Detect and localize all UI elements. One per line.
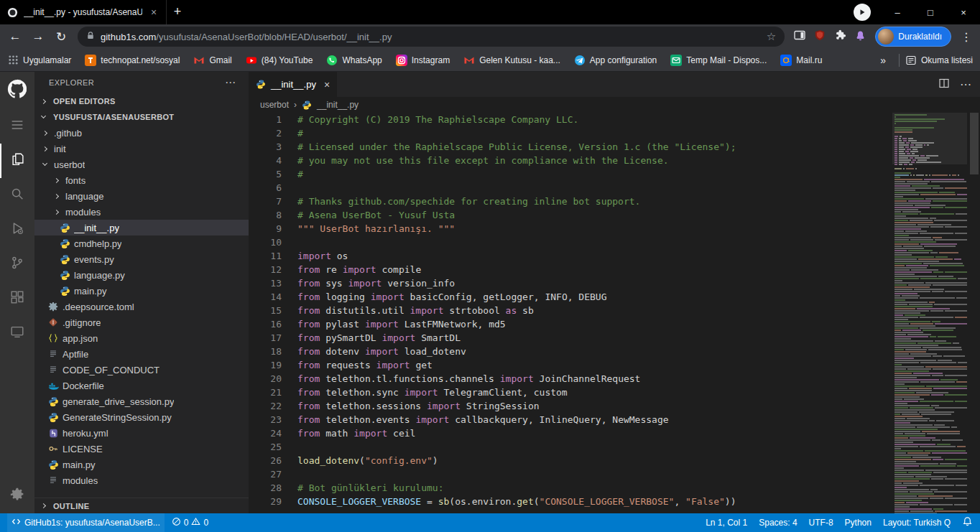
tree-folder-fonts[interactable]: fonts <box>34 172 249 188</box>
tree-folder-modules[interactable]: modules <box>34 204 249 220</box>
editor-tab-init-py[interactable]: __init__.py × <box>249 72 337 97</box>
tree-file-modules[interactable]: modules <box>34 472 249 488</box>
tree-file-language-py[interactable]: language.py <box>34 267 249 283</box>
breadcrumb[interactable]: userbot › __init__.py <box>249 97 980 113</box>
source-control-view-button[interactable] <box>0 247 34 281</box>
project-section[interactable]: YUSUFUSTA/ASENAUSERBOT <box>34 109 249 125</box>
status-python[interactable]: Python <box>845 518 872 528</box>
reading-list-button[interactable]: Okuma listesi <box>905 55 973 66</box>
status-ln-1-col-1[interactable]: Ln 1, Col 1 <box>706 518 747 528</box>
tree-file-generatestringsession-py[interactable]: GenerateStringSession.py <box>34 409 249 425</box>
tree-file-deepsource-toml[interactable]: .deepsource.toml <box>34 299 249 314</box>
tree-file-events-py[interactable]: events.py <box>34 251 249 267</box>
code-text[interactable]: # Bot günlükleri kurulumu: <box>297 481 444 495</box>
code-text[interactable]: from telethon.sync import TelegramClient… <box>297 386 568 399</box>
tree-file-dockerfile[interactable]: Dockerfile <box>34 378 249 393</box>
bookmark-temp-mail-dispos[interactable]: Temp Mail - Dispos... <box>670 55 767 66</box>
reload-button[interactable]: ↻ <box>50 26 72 47</box>
tree-file-app-json[interactable]: app.json <box>34 330 249 346</box>
code-text[interactable]: from requests import get <box>297 358 433 372</box>
bookmarks-overflow-button[interactable]: » <box>873 55 893 66</box>
tree-file-license[interactable]: LICENSE <box>34 441 249 457</box>
code-text[interactable]: # Asena UserBot - Yusuf Usta <box>297 208 455 222</box>
tree-file-code-of-conduct[interactable]: CODE_OF_CONDUCT <box>34 362 249 378</box>
back-button[interactable]: ← <box>4 26 26 47</box>
status-utf-8[interactable]: UTF-8 <box>809 518 833 528</box>
ublock-extension-button[interactable] <box>810 27 829 46</box>
problems-indicator[interactable]: 0 0 <box>172 517 208 528</box>
open-editors-section[interactable]: OPEN EDITORS <box>34 93 249 109</box>
split-editor-icon[interactable] <box>938 78 950 92</box>
explorer-view-button[interactable] <box>0 144 34 178</box>
media-controls-button[interactable] <box>854 4 871 21</box>
tree-file-init-py[interactable]: __init__.py <box>34 220 249 235</box>
code-text[interactable]: from logging import basicConfig, getLogg… <box>297 290 607 304</box>
tree-file-generate-drive-session-py[interactable]: generate_drive_session.py <box>34 393 249 409</box>
tree-file-cmdhelp-py[interactable]: cmdhelp.py <box>34 235 249 251</box>
bookmark-uygulamalar[interactable]: Uygulamalar <box>7 55 71 66</box>
browser-tab[interactable]: __init__.py - yusufusta/AsenaUser × <box>0 0 167 24</box>
close-window-button[interactable]: × <box>947 0 980 24</box>
code-text[interactable]: from distutils.util import strtobool as … <box>297 304 534 317</box>
scrollbar-thumb[interactable] <box>970 113 979 174</box>
search-view-button[interactable] <box>0 178 34 213</box>
side-panel-button[interactable] <box>790 27 809 46</box>
bookmark-gmail[interactable]: Gmail <box>193 55 231 66</box>
status-spaces-4[interactable]: Spaces: 4 <box>759 518 797 528</box>
tree-folder-github[interactable]: .github <box>34 125 249 141</box>
bookmark-technopat-net-sosyal[interactable]: technopat.net/sosyal <box>85 55 180 66</box>
status-layout-turkish-q[interactable]: Layout: Turkish Q <box>883 518 951 528</box>
editor-more-actions-button[interactable]: ⋯ <box>960 78 971 91</box>
minimize-button[interactable]: – <box>881 0 914 24</box>
bookmark-84-youtube[interactable]: (84) YouTube <box>246 55 313 66</box>
code-text[interactable]: CONSOLE_LOGGER_VERBOSE = sb(os.environ.g… <box>297 495 736 508</box>
code-text[interactable]: # Copyright (C) 2019 The Raphielscape Co… <box>297 113 578 126</box>
new-tab-button[interactable]: + <box>167 1 188 23</box>
code-text[interactable]: from pySmartDL import SmartDL <box>297 331 461 345</box>
code-text[interactable]: load_dotenv("config.env") <box>297 454 438 467</box>
code-text[interactable]: # Licensed under the Raphielscape Public… <box>297 140 736 154</box>
bookmark-app-configuration[interactable]: App configuration <box>574 55 657 66</box>
tab-close-icon[interactable]: × <box>148 6 160 18</box>
extensions-button[interactable] <box>831 27 849 46</box>
editor-tab-close-icon[interactable]: × <box>324 79 330 90</box>
code-text[interactable]: from math import ceil <box>297 426 415 440</box>
code-text[interactable]: # <box>297 126 303 140</box>
tree-folder-init[interactable]: init <box>34 141 249 157</box>
code-editor[interactable]: 1# Copyright (C) 2019 The Raphielscape C… <box>249 113 891 513</box>
code-text[interactable]: from re import compile <box>297 263 421 276</box>
code-text[interactable]: from dotenv import load_dotenv <box>297 345 466 358</box>
editor-scrollbar[interactable] <box>969 113 980 513</box>
code-text[interactable]: from sys import version_info <box>297 276 455 290</box>
breadcrumb-folder[interactable]: userbot <box>260 100 289 110</box>
code-text[interactable]: from telethon.tl.functions.channels impo… <box>297 372 640 386</box>
tree-folder-language[interactable]: language <box>34 188 249 204</box>
tree-file-main-py[interactable]: main.py <box>34 283 249 299</box>
remote-indicator[interactable]: GitHub1s: yusufusta/AsenaUserB... <box>7 513 165 532</box>
settings-button[interactable] <box>0 479 34 513</box>
breadcrumb-file[interactable]: __init__.py <box>317 100 359 110</box>
profile-button[interactable]: Duraklatıldı <box>875 27 951 47</box>
extension-bell-button[interactable] <box>851 27 869 46</box>
bookmark-gelen-kutusu-kaa[interactable]: Gelen Kutusu - kaa... <box>463 55 560 66</box>
minimap[interactable] <box>892 113 967 513</box>
remote-explorer-button[interactable] <box>0 316 34 350</box>
bookmark-mail-ru[interactable]: Mail.ru <box>780 55 822 66</box>
code-text[interactable]: from telethon.events import callbackquer… <box>297 413 669 426</box>
outline-section[interactable]: OUTLINE <box>34 498 249 513</box>
code-text[interactable]: # <box>297 167 303 181</box>
github-logo-button[interactable] <box>0 72 34 109</box>
menu-button[interactable] <box>0 109 34 144</box>
tree-folder-userbot[interactable]: userbot <box>34 157 249 172</box>
browser-menu-button[interactable]: ⋮ <box>957 30 976 44</box>
tree-file-aptfile[interactable]: Aptfile <box>34 346 249 362</box>
extensions-view-button[interactable] <box>0 281 34 316</box>
run-debug-view-button[interactable] <box>0 213 34 247</box>
code-text[interactable]: # Thanks github.com/spechide for creatin… <box>297 195 640 208</box>
forward-button[interactable]: → <box>27 26 49 47</box>
code-text[interactable]: # you may not use this file except in co… <box>297 154 669 167</box>
code-text[interactable]: import os <box>297 249 348 263</box>
bookmark-star-icon[interactable]: ☆ <box>767 30 776 43</box>
bookmark-whatsapp[interactable]: WhatsApp <box>326 55 382 66</box>
tree-file-heroku-yml[interactable]: heroku.yml <box>34 425 249 441</box>
